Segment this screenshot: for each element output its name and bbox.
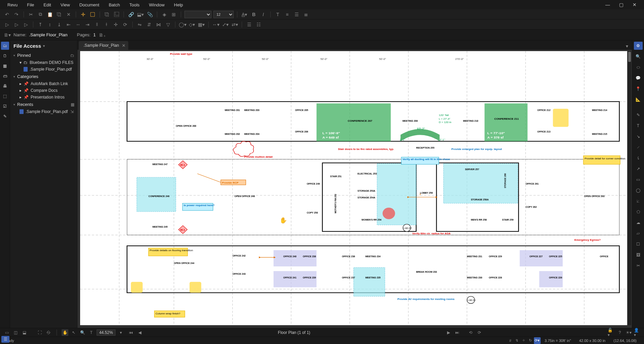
vertical-scrollbar[interactable] (628, 51, 631, 325)
prev-page-button[interactable]: ◀ (136, 329, 143, 336)
align-left-button[interactable]: ≡ (283, 11, 291, 18)
rotate-tool[interactable]: ⟳ (122, 21, 129, 28)
flatten-button[interactable]: ⬓▾ (137, 11, 144, 18)
forms-tab-button[interactable]: ☑ (1, 102, 9, 110)
apply-stamp-button[interactable]: ⊞ (170, 11, 177, 18)
menu-view[interactable]: View (56, 1, 75, 9)
arrows-tool[interactable]: ⇄▾ (231, 21, 238, 28)
menu-file[interactable]: File (22, 1, 39, 9)
pinned-section[interactable]: ▾Pinned (10, 51, 34, 59)
next-view-button[interactable]: ⟳ (476, 329, 483, 336)
text-tool[interactable]: T (634, 122, 643, 130)
snap2-button[interactable]: ✧ (520, 337, 527, 344)
print-tab-button[interactable]: 🖶 (1, 82, 9, 90)
menu-tools[interactable]: Tools (125, 1, 144, 9)
grid-button[interactable]: # (507, 337, 514, 344)
last-page-button[interactable]: ⏭ (454, 329, 461, 336)
align-right-obj[interactable]: ⇥ (84, 21, 91, 28)
measure-tab-button[interactable]: 📐 (634, 95, 643, 104)
funnel[interactable]: ▽ (164, 21, 172, 28)
distribute-v[interactable]: ⫲ (103, 21, 110, 28)
image-tool[interactable]: 🖼 (634, 251, 643, 259)
profile-button[interactable]: 👤▾ (634, 329, 641, 336)
width-tool[interactable]: ↔▾ (212, 21, 219, 28)
category-item-0[interactable]: ▸📌 AutoMark Batch Link (10, 80, 77, 87)
align-center-obj[interactable]: ↔ (74, 21, 82, 28)
zoom-button[interactable]: 🔍 (79, 329, 86, 336)
stamp-tool[interactable]: ☐ (634, 240, 643, 248)
hyperlink-button[interactable]: 🔗 (127, 11, 135, 18)
tab-overflow-button[interactable]: ▾ (623, 42, 631, 50)
arc-tool[interactable]: ⤹ (634, 154, 643, 162)
recent-file-1[interactable]: .Sample Floor_Plan.pdf ⇲ (10, 108, 77, 115)
dimmer-button[interactable]: ☀▾ (625, 329, 632, 336)
ungroup-button[interactable]: ⿺ (113, 11, 120, 18)
split-v-button[interactable]: ◫ (12, 329, 19, 336)
align-top[interactable]: ⤒ (37, 21, 44, 28)
align-tool-2[interactable]: ▷ (13, 21, 20, 28)
studio-tab-button[interactable]: ⬭ (634, 63, 643, 71)
font-color-button[interactable]: A▾ (241, 11, 248, 18)
align-right-button[interactable]: ≣ (302, 11, 310, 18)
ellipse-tool[interactable]: ◯ (634, 186, 643, 194)
polygon-tool[interactable]: ⬠ (634, 208, 643, 216)
menu-window[interactable]: Window (144, 1, 169, 9)
zoom-dropdown[interactable]: ▾ (117, 329, 124, 336)
viewport-button[interactable] (89, 11, 96, 18)
text-select-button[interactable]: Ꭲ (88, 329, 95, 336)
changemark-button[interactable]: ◈ (161, 11, 168, 18)
sets-tab-button[interactable]: 🗃 (1, 72, 9, 80)
font-family-select[interactable] (184, 11, 211, 18)
group-button[interactable]: ⿻ (103, 11, 111, 18)
split-h-button[interactable]: ⬓ (21, 329, 28, 336)
rect-tool[interactable]: ▭ (634, 176, 643, 184)
add-page-button[interactable]: 🗎₊ (98, 31, 106, 39)
paste-in-place-button[interactable]: ⿻ (56, 11, 63, 18)
mirror[interactable]: ⋈ (155, 21, 162, 28)
flip-h[interactable]: ⇋ (136, 21, 143, 28)
menu-batch[interactable]: Batch (104, 1, 125, 9)
layers-tab-button[interactable]: ⬚ (1, 92, 9, 100)
doc-menu-button[interactable]: 🗎▾ (3, 31, 11, 39)
undo-button[interactable]: ↶ (3, 11, 11, 18)
redo-button[interactable]: ↷ (13, 11, 20, 18)
file-access-tab-button[interactable]: 🗂 (1, 42, 9, 50)
reuse-button[interactable]: ↻ (527, 337, 534, 344)
center-in-doc[interactable]: ✛ (112, 21, 120, 28)
search-tab-button[interactable]: 🔍 (634, 52, 643, 61)
attach-button[interactable]: 📎 (146, 11, 154, 18)
next-page-button[interactable]: ▶ (445, 329, 452, 336)
snap-button[interactable]: ↯ (514, 337, 520, 344)
lock-button[interactable]: 🔓▾ (608, 329, 614, 336)
arrow-tool[interactable]: ↗ (634, 165, 643, 173)
shape-circle[interactable]: ◯▾ (179, 21, 186, 28)
tab-close-button[interactable]: ✕ (122, 43, 126, 48)
align-middle[interactable]: ↕ (46, 21, 54, 28)
fit-width-button[interactable]: ⛗ (45, 329, 52, 336)
select-button[interactable]: ↖ (70, 329, 77, 336)
highlight-tool[interactable]: ▱ (634, 229, 643, 237)
legend-tool-2[interactable]: ☷ (255, 21, 262, 28)
zoom-value[interactable]: 44.52% (97, 330, 115, 336)
shape-grid[interactable]: ▦▾ (198, 21, 205, 28)
align-tool-3[interactable]: ▷ (22, 21, 30, 28)
menu-document[interactable]: Document (75, 1, 104, 9)
thumbnails-tab-button[interactable]: 🗋 (1, 52, 9, 60)
note-tool[interactable]: ✎ (634, 111, 643, 119)
delete-button[interactable]: ✕ (65, 11, 72, 18)
calibrate-button[interactable] (79, 11, 87, 18)
first-page-button[interactable]: ⏮ (128, 329, 134, 336)
pinned-file-1[interactable]: .Sample Floor_Plan.pdf (10, 66, 77, 73)
help-button[interactable]: ? (616, 329, 623, 336)
tool-chest-tab-button[interactable]: ▦ (1, 62, 9, 70)
flip-v[interactable]: ⇵ (145, 21, 153, 28)
category-item-1[interactable]: ▸📌 Compare Docs (10, 87, 77, 94)
menu-edit[interactable]: Edit (39, 1, 56, 9)
font-size-select[interactable]: 12 (213, 11, 234, 18)
folder-icon[interactable]: 🗀 (70, 53, 74, 58)
pinned-folder[interactable]: ▾🗀 Bluebeam DEMO FILES (10, 59, 77, 66)
window-minimize-button[interactable]: — (601, 0, 614, 9)
snapshot-tool[interactable]: ✂ (634, 262, 643, 270)
copy-button[interactable]: ⧉ (37, 11, 44, 18)
document-tab[interactable]: .Sample Floor_Plan ✕ (79, 41, 128, 50)
